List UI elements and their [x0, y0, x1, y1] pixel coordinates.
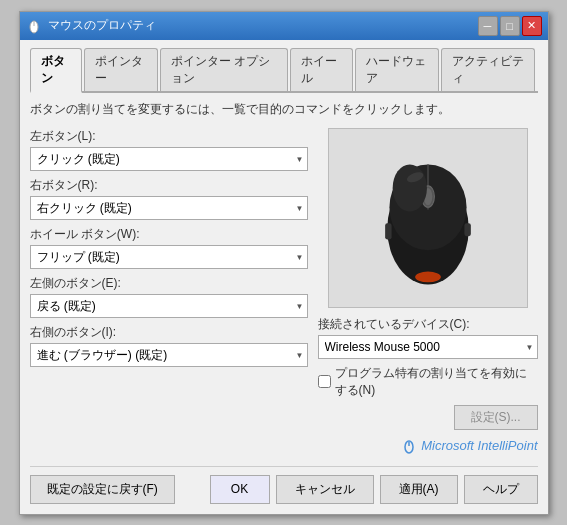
right-button-select-wrapper: 右クリック (既定): [30, 196, 308, 220]
mouse-image-container: [328, 128, 528, 308]
intellipoint-branding: Microsoft IntelliPoint: [421, 438, 537, 453]
checkbox-row: プログラム特有の割り当てを有効にする(N): [318, 365, 538, 399]
svg-point-10: [415, 271, 441, 282]
svg-rect-8: [385, 223, 391, 239]
intellipoint-area: Microsoft IntelliPoint: [318, 438, 538, 454]
device-section: 接続されているデバイス(C): Wireless Mouse 5000 プログラ…: [318, 316, 538, 454]
device-select[interactable]: Wireless Mouse 5000: [318, 335, 538, 359]
apply-button[interactable]: 適用(A): [380, 475, 458, 504]
left-panel: 左ボタン(L): クリック (既定) 右ボタン(R): 右クリック (既定): [30, 128, 308, 454]
tab-pointer-options[interactable]: ポインター オプション: [160, 48, 288, 91]
right-button-group: 右ボタン(R): 右クリック (既定): [30, 177, 308, 220]
right-side-button-select-wrapper: 進む (ブラウザー) (既定): [30, 343, 308, 367]
mouse-properties-dialog: マウスのプロパティ ─ □ ✕ ボタン ポインター ポインター オプション ホイ…: [19, 11, 549, 515]
mouse-image: [373, 143, 483, 293]
svg-point-7: [392, 164, 426, 211]
program-specific-label[interactable]: プログラム特有の割り当てを有効にする(N): [335, 365, 538, 399]
minimize-button[interactable]: ─: [478, 16, 498, 36]
reset-button[interactable]: 既定の設定に戻す(F): [30, 475, 175, 504]
title-bar: マウスのプロパティ ─ □ ✕: [20, 12, 548, 40]
title-bar-controls: ─ □ ✕: [478, 16, 542, 36]
settings-button[interactable]: 設定(S)...: [454, 405, 538, 430]
wheel-button-label: ホイール ボタン(W):: [30, 226, 308, 243]
svg-rect-9: [464, 223, 470, 236]
intellipoint-icon: [401, 438, 417, 454]
right-side-button-group: 右側のボタン(I): 進む (ブラウザー) (既定): [30, 324, 308, 367]
right-button-label: 右ボタン(R):: [30, 177, 308, 194]
tab-hardware[interactable]: ハードウェア: [355, 48, 439, 91]
close-button[interactable]: ✕: [522, 16, 542, 36]
left-side-button-group: 左側のボタン(E): 戻る (既定): [30, 275, 308, 318]
left-button-group: 左ボタン(L): クリック (既定): [30, 128, 308, 171]
right-side-button-select[interactable]: 進む (ブラウザー) (既定): [30, 343, 308, 367]
left-button-select[interactable]: クリック (既定): [30, 147, 308, 171]
left-side-button-label: 左側のボタン(E):: [30, 275, 308, 292]
tab-buttons[interactable]: ボタン: [30, 48, 83, 93]
device-label: 接続されているデバイス(C):: [318, 316, 538, 333]
maximize-button[interactable]: □: [500, 16, 520, 36]
left-button-label: 左ボタン(L):: [30, 128, 308, 145]
window-title: マウスのプロパティ: [48, 17, 156, 34]
right-side-button-label: 右側のボタン(I):: [30, 324, 308, 341]
device-select-wrapper: Wireless Mouse 5000: [318, 335, 538, 359]
left-side-button-select[interactable]: 戻る (既定): [30, 294, 308, 318]
title-icon: [26, 18, 42, 34]
bottom-area: 既定の設定に戻す(F) OK キャンセル 適用(A) ヘルプ: [30, 466, 538, 504]
tab-activity[interactable]: アクティビティ: [441, 48, 535, 91]
dialog-content: ボタン ポインター ポインター オプション ホイール ハードウェア アクティビテ…: [20, 40, 548, 514]
tab-description: ボタンの割り当てを変更するには、一覧で目的のコマンドをクリックします。: [30, 101, 538, 118]
right-button-select[interactable]: 右クリック (既定): [30, 196, 308, 220]
ok-button[interactable]: OK: [210, 475, 270, 504]
help-button[interactable]: ヘルプ: [464, 475, 538, 504]
right-panel: 接続されているデバイス(C): Wireless Mouse 5000 プログラ…: [318, 128, 538, 454]
tab-wheel[interactable]: ホイール: [290, 48, 353, 91]
left-button-select-wrapper: クリック (既定): [30, 147, 308, 171]
title-bar-left: マウスのプロパティ: [26, 17, 156, 34]
wheel-button-select-wrapper: フリップ (既定): [30, 245, 308, 269]
action-buttons: OK キャンセル 適用(A) ヘルプ: [210, 475, 538, 504]
settings-area: 設定(S)...: [318, 405, 538, 430]
left-side-button-select-wrapper: 戻る (既定): [30, 294, 308, 318]
program-specific-checkbox[interactable]: [318, 375, 331, 388]
cancel-button[interactable]: キャンセル: [276, 475, 374, 504]
tab-bar: ボタン ポインター ポインター オプション ホイール ハードウェア アクティビテ…: [30, 48, 538, 93]
wheel-button-select[interactable]: フリップ (既定): [30, 245, 308, 269]
wheel-button-group: ホイール ボタン(W): フリップ (既定): [30, 226, 308, 269]
tab-pointer[interactable]: ポインター: [84, 48, 158, 91]
main-area: 左ボタン(L): クリック (既定) 右ボタン(R): 右クリック (既定): [30, 128, 538, 454]
